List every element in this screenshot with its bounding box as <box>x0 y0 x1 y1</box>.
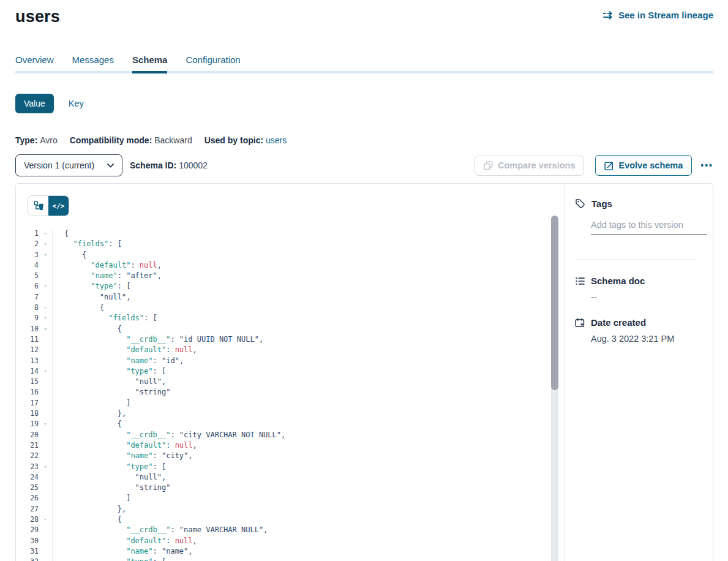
fold-spacer <box>39 483 52 493</box>
line-number: 28 <box>16 514 39 525</box>
schema-part-toggle: Value Key <box>15 94 713 113</box>
code-line: 24 "null", <box>16 472 565 483</box>
date-created-value: Aug. 3 2022 3:21 PM <box>591 334 703 344</box>
editor-scrollbar[interactable] <box>551 216 558 561</box>
code-text: "null", <box>52 292 565 303</box>
line-number: 22 <box>16 451 39 461</box>
code-line: 10▾ { <box>16 324 565 334</box>
fold-toggle-icon[interactable]: ▾ <box>39 324 52 334</box>
editor-scrollbar-thumb[interactable] <box>551 216 558 390</box>
code-text: "default": null, <box>52 345 565 355</box>
schema-id-label: Schema ID: <box>130 160 176 170</box>
tab-schema[interactable]: Schema <box>132 55 168 73</box>
stream-lineage-link[interactable]: See in Stream lineage <box>603 10 713 20</box>
code-text: }, <box>52 409 565 419</box>
code-text: "name": "name", <box>52 546 565 557</box>
code-line: 21 "default": null, <box>16 440 565 451</box>
evolve-schema-button[interactable]: Evolve schema <box>595 155 692 176</box>
fold-toggle-icon[interactable]: ▾ <box>39 239 52 249</box>
tree-view-button[interactable] <box>28 196 48 216</box>
page-title: users <box>15 7 60 26</box>
key-button[interactable]: Key <box>69 99 84 108</box>
tab-configuration[interactable]: Configuration <box>186 55 240 73</box>
schema-code[interactable]: 1▾{2▾ "fields": [3▾ {4 "default": null,5… <box>16 228 565 561</box>
sidebar-divider <box>575 259 697 260</box>
line-number: 5 <box>16 271 39 281</box>
fold-spacer <box>39 345 52 355</box>
code-text: { <box>52 228 565 239</box>
code-text: "type": [ <box>52 366 565 377</box>
fold-toggle-icon[interactable]: ▾ <box>39 557 52 561</box>
fold-spacer <box>39 377 52 387</box>
fold-toggle-icon[interactable]: ▾ <box>39 303 52 313</box>
fold-toggle-icon[interactable]: ▾ <box>39 419 52 429</box>
line-number: 17 <box>16 398 39 409</box>
fold-toggle-icon[interactable]: ▾ <box>39 250 52 260</box>
fold-toggle-icon[interactable]: ▾ <box>39 313 52 323</box>
schema-id: Schema ID: 100002 <box>130 160 208 170</box>
line-number: 6 <box>16 281 39 292</box>
line-number: 2 <box>16 239 39 249</box>
tab-overview[interactable]: Overview <box>15 55 54 73</box>
meta-value-link[interactable]: users <box>266 135 287 145</box>
meta-value: Avro <box>40 135 58 145</box>
value-button[interactable]: Value <box>15 94 54 113</box>
code-line: 6▾ "type": [ <box>16 281 565 292</box>
line-number: 20 <box>16 430 39 440</box>
line-number: 12 <box>16 345 39 355</box>
code-line: 1▾{ <box>16 228 565 239</box>
tags-section-header: Tags <box>575 198 703 209</box>
line-number: 16 <box>16 387 39 397</box>
version-select[interactable]: Version 1 (current) <box>15 154 122 176</box>
meta-value: Backward <box>154 135 192 145</box>
meta-label: Used by topic: <box>205 135 266 145</box>
fold-spacer <box>39 387 52 397</box>
fold-toggle-icon[interactable]: ▾ <box>39 462 52 472</box>
line-number: 14 <box>16 366 39 377</box>
stream-lineage-label: See in Stream lineage <box>618 10 713 20</box>
schema-doc-header: Schema doc <box>575 276 703 286</box>
fold-toggle-icon[interactable]: ▾ <box>39 366 52 377</box>
tab-messages[interactable]: Messages <box>72 55 114 73</box>
line-number: 26 <box>16 493 39 503</box>
line-number: 31 <box>16 546 39 557</box>
fold-toggle-icon[interactable]: ▾ <box>39 281 52 292</box>
line-number: 10 <box>16 324 39 334</box>
fold-toggle-icon[interactable]: ▾ <box>39 228 52 239</box>
line-number: 21 <box>16 440 39 451</box>
tags-title: Tags <box>591 198 612 209</box>
code-text: "__crdb__": "city VARCHAR NOT NULL", <box>52 430 565 440</box>
line-number: 9 <box>16 313 39 323</box>
fold-toggle-icon[interactable]: ▾ <box>39 514 52 525</box>
code-view-button[interactable]: </> <box>48 196 69 216</box>
code-text: { <box>52 303 565 313</box>
meta-item: Compatibility mode: Backward <box>70 135 192 145</box>
code-text: "null", <box>52 377 565 387</box>
meta-item: Type: Avro <box>15 135 58 145</box>
line-number: 19 <box>16 419 39 429</box>
tree-view-icon <box>34 201 43 211</box>
code-line: 5 "name": "after", <box>16 271 565 281</box>
code-line: 29 "__crdb__": "name VARCHAR NULL", <box>16 525 565 535</box>
code-line: 7 "null", <box>16 292 565 303</box>
code-text: "__crdb__": "id UUID NOT NULL", <box>52 334 565 345</box>
schema-doc-value: -- <box>591 292 703 302</box>
tags-input[interactable] <box>591 220 707 230</box>
line-number: 7 <box>16 292 39 303</box>
date-created-section: Date created Aug. 3 2022 3:21 PM <box>575 317 703 344</box>
code-line: 8▾ { <box>16 303 565 313</box>
compare-versions-label: Compare versions <box>498 160 576 170</box>
code-line: 2▾ "fields": [ <box>16 239 565 249</box>
fold-spacer <box>39 334 52 345</box>
more-actions-button[interactable]: ••• <box>700 160 713 170</box>
schema-panel: </> 1▾{2▾ "fields": [3▾ {4 "default": nu… <box>15 183 713 561</box>
code-text: "default": null, <box>52 440 565 451</box>
line-number: 8 <box>16 303 39 313</box>
editor-view-toggle: </> <box>28 195 69 216</box>
code-line: 13 "name": "id", <box>16 356 565 366</box>
tag-icon <box>575 198 585 209</box>
code-text: "type": [ <box>52 557 565 561</box>
compare-versions-button[interactable]: Compare versions <box>475 156 585 176</box>
code-text: "name": "id", <box>52 356 565 366</box>
date-created-title: Date created <box>591 317 646 328</box>
